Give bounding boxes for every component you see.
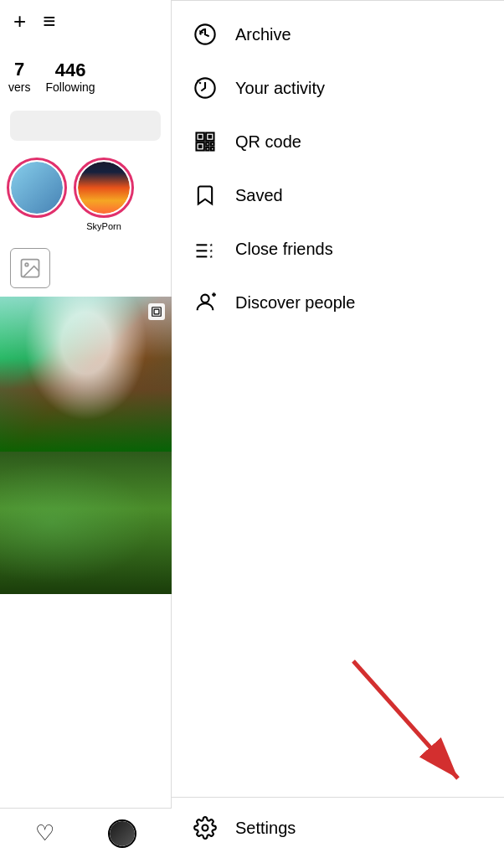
close-friends-icon: ★ ★ ★ xyxy=(192,235,219,262)
story-label-skyporn: SkyPorn xyxy=(86,221,121,231)
grid-image-2 xyxy=(0,452,172,594)
stats-row: 7 vers 446 Following xyxy=(0,42,171,102)
menu-item-close-friends[interactable]: ★ ★ ★ Close friends xyxy=(172,222,504,276)
multi-post-icon xyxy=(148,303,165,320)
qr-code-icon xyxy=(192,128,219,155)
svg-rect-3 xyxy=(154,309,159,314)
menu-item-discover-people[interactable]: Discover people xyxy=(172,276,504,329)
following-count: 446 xyxy=(55,60,86,80)
left-panel: + ≡ 7 vers 446 Following xyxy=(0,0,172,858)
menu-item-archive[interactable]: Archive xyxy=(172,8,504,61)
svg-rect-13 xyxy=(206,147,209,151)
story-item-1[interactable] xyxy=(7,158,67,231)
svg-rect-14 xyxy=(211,147,214,151)
svg-rect-11 xyxy=(206,142,209,146)
qr-code-label: QR code xyxy=(235,132,301,152)
story-item-skyporn[interactable]: SkyPorn xyxy=(74,158,134,231)
svg-point-21 xyxy=(201,295,208,302)
svg-rect-12 xyxy=(211,142,214,146)
close-friends-label: Close friends xyxy=(235,240,333,259)
svg-text:★: ★ xyxy=(209,249,213,253)
grid-image-1 xyxy=(0,297,172,452)
stories-row: SkyPorn xyxy=(0,149,171,240)
svg-point-26 xyxy=(203,825,208,831)
heart-icon[interactable]: ♡ xyxy=(35,820,54,846)
activity-icon xyxy=(192,75,219,101)
following-stat[interactable]: 446 Following xyxy=(45,60,95,94)
add-icon[interactable]: + xyxy=(13,10,26,32)
svg-point-1 xyxy=(25,263,28,266)
saved-icon xyxy=(192,182,219,209)
your-activity-label: Your activity xyxy=(235,79,325,98)
svg-text:★: ★ xyxy=(209,255,213,259)
menu-item-settings[interactable]: Settings xyxy=(172,797,504,858)
menu-icon[interactable]: ≡ xyxy=(43,10,55,32)
archive-icon xyxy=(192,21,219,48)
menu-list: Archive Your activity xyxy=(172,1,504,336)
bottom-nav: ♡ xyxy=(0,808,172,858)
menu-item-qr-code[interactable]: QR code xyxy=(172,115,504,168)
settings-label: Settings xyxy=(235,819,296,838)
discover-people-icon xyxy=(192,289,219,316)
story-avatar-1 xyxy=(7,158,67,218)
discover-people-label: Discover people xyxy=(235,293,355,313)
followers-stat[interactable]: 7 vers xyxy=(8,59,30,94)
profile-avatar[interactable] xyxy=(108,819,136,848)
followers-label: vers xyxy=(8,80,30,94)
right-panel: Archive Your activity xyxy=(172,0,504,858)
followers-partial-number: 7 xyxy=(14,59,24,80)
menu-item-your-activity[interactable]: Your activity xyxy=(172,61,504,115)
menu-item-saved[interactable]: Saved xyxy=(172,168,504,222)
svg-rect-2 xyxy=(152,308,162,317)
story-avatar-skyporn xyxy=(74,158,134,218)
svg-rect-8 xyxy=(208,135,213,139)
svg-line-25 xyxy=(353,661,458,778)
following-label: Following xyxy=(45,80,95,94)
svg-rect-10 xyxy=(198,145,203,149)
grid-images xyxy=(0,297,171,594)
settings-icon xyxy=(192,814,219,841)
svg-rect-6 xyxy=(198,135,203,139)
svg-text:★: ★ xyxy=(209,243,213,247)
saved-label: Saved xyxy=(235,186,283,205)
archive-label: Archive xyxy=(235,25,291,44)
placeholder-photo-icon xyxy=(10,248,50,288)
top-icons: + ≡ xyxy=(0,0,171,42)
search-bar[interactable] xyxy=(10,111,161,141)
